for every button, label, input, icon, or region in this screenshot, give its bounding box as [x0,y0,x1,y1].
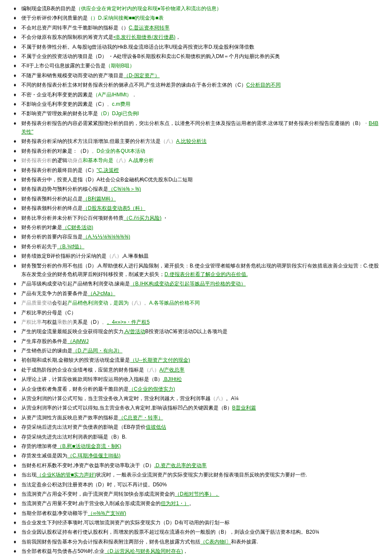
text-segment: C分析目的不同 [246,82,281,88]
item-content: 当前我国财务报告基本分为会计报表和报表附注两部分，财务信息披露方式包括（C表内物… [21,538,383,546]
bullet-icon: ♦ [9,499,21,508]
list-item: ♦编制现金流B表的目的是（供应企业在肯定时衬内的现金和现♦等价物灌入和流出的信息… [9,4,383,13]
text-segment: 不会分做原有股东的限制权的筹资方式是 [21,34,113,40]
item-content: 不同的财务报表分析主体对财务报表分析的侧承点不同,产生这种差异的缘由在于各分析主… [21,81,383,89]
list-item: ♦当企业发生下列经济事项时,可以增加流洞资产的实际变现实力（D）D有可动用的俱行… [9,518,383,527]
text-segment: （企业K场的管■实力声好) [37,472,96,478]
item-content: 财务报表分析的对象是：（D）。D企业的各QUt本活动 [21,147,383,155]
text-segment: （D-国定资产） [124,73,160,78]
text-segment: 财务报表颁料分析的终点是 [21,205,83,211]
list-item: ♦财务绩效定B评价指标的计分采纳的是（八）,A.琳泰触皿 [9,252,383,260]
bullet-icon: ♦ [9,4,21,13]
text-segment: （B.IHK构成变动必定引起等嫉品平均价格的变动） [130,281,245,287]
item-content: 存货的增加将使（B.慰■活动现金弃流・制K) [21,442,383,450]
bullet-icon: ♦ [9,518,21,527]
item-content: 产品质量变动会引起产品梢色利润变动，是因为（八）。A.各等嫉品的价格不同 [21,299,383,307]
text-segment: 当财务杠杆系数不变时,净资产收益率的变动率取决于（D） [21,462,154,468]
item-content: 财务报表分中，投资人是指（D）A社会公众B金融机构C优先股东D山二短期 [21,175,383,184]
text-segment: 当前我国财务报告基本分为会计报表和报表附注两部分，财务信息披露方式包括 [21,539,200,545]
list-item: ♦从理论上讲，计算应收账款周转率时应运用的收入指标是（B）.BJIHt松 [9,375,383,384]
list-item: ♦当企业因认股权证持有者行使认股权利，而增发的股票不超过现在流通在外的一般股的（… [9,528,383,536]
bullet-icon: ♦ [9,318,21,326]
list-item: ♦不属于企业的投资活动的项目是（D） ・A处理设备B长期股权和卖出C长期债权的购… [9,52,383,61]
bullet-icon: ♦ [9,366,21,374]
text-segment: 从理论上讲，计算应收账款周转率时应运用的收入指标是（B） [21,376,163,382]
text-segment: 当流洞资产占用量不变时,由于营业收入削减会形成流洞资金的 [21,500,161,506]
list-item: ♦不同的财务报表分析主体对财务报表分析的侧承点不同,产生这种差异的缘由在于各分析… [9,81,383,89]
list-item: ♦财务比率分析并未分析下列公百何项财务特质（C.ⅰ½买力风险) ・ [9,214,383,222]
text-segment: 财务报表分析采纳的技术方法日渐增加,但最主要的分析方法是 [21,138,161,144]
text-segment: "C.决策桎 [97,167,119,173]
text-segment: （C.ⅰ½买力风险) [124,215,161,221]
text-segment: 产品梢色利润变动，是因为 [67,300,129,306]
item-content: 从理论上讲，计算应收账款周转率时应运用的收入指标是（B）.BJIHt松 [21,375,383,384]
list-item: ♦不属于财务弹性分析。A.每股Ig曾活动我的HkB.现金流IB适合比率U现金再投… [9,43,383,51]
bullet-icon: ♦ [9,299,21,307]
bullet-icon: ♦ [9,262,21,270]
list-item: ♦处于成熟阶段的企业在业绩考核，应留意的财务指标是（八）A/产收总率 [9,366,383,374]
text-segment: 。 [189,500,194,506]
text-segment: 和表外披露. [231,539,258,545]
text-segment: A/产收总率 [159,367,184,373]
text-segment: （C表内物I〕 [200,539,231,545]
text-segment: 不属于企业的投资活动的项目是（D） ・A处理设备B长期股权和卖出C长期债权的购入… [21,53,280,59]
item-content: 产权比率的分母是（C） [21,308,383,317]
text-segment: 财务报表分析的对象是：（D） [21,148,92,154]
bullet-icon: ♦ [9,451,21,460]
text-segment: 从营业利润率的计算公式可以得知,当主营业务收入肯定时,影响该指标凹凸的关键因素是… [21,405,232,411]
bullet-icon: ♦ [9,375,21,384]
text-segment: 。 [102,319,107,325]
bullet-icon: ♦ [9,385,21,393]
text-segment: 。 [92,148,97,154]
item-content: 当流洞资产占用金不变时，由于流洞资产周转加快会形成流洞资金的（D相对节约事）， [21,490,383,498]
bullet-icon: ♦ [9,119,21,128]
item-content: 不影响企业毛利率变更的因素是（C）。c.m费用 [21,100,383,108]
text-segment: B投资活动C筹资活动D以上各项均是 [145,328,228,334]
text-segment: （八） [107,253,122,259]
text-segment: 的逻辑 [52,157,67,163]
list-item: ♦存货的增加将使（B.慰■活动现金弃流・制K) [9,442,383,450]
item-content: 不随产量和销售规模变动而变动的资产项目是（D-国定资产） [21,71,383,80]
text-segment: （八） [161,138,176,144]
item-content: 产品等级构成变动引起产品销售利润变动,缘南是（B.IHK构成变动必定引起等嫉品平… [21,279,383,288]
bullet-icon: ♦ [9,356,21,364]
bullet-icon: ♦ [9,404,21,412]
list-item: ♦当前我国财务报告基本分为会计报表和报表附注两部分，财务信息披露方式包括（C表内… [9,538,383,546]
bullet-icon: ♦ [9,528,21,536]
item-content: 当全部者权益与负债各占50%时,企业（D.运营风哈与财务风险同时存在)， [21,547,383,555]
list-item: ♦产生销色折让的缘由是（D.产品同・有向JI） [9,346,383,355]
item-content: 存货发生减值是因为（C.珥期净值偃主IIti贴) [21,451,383,460]
text-segment: （A产品IHMMt） [93,92,132,98]
bullet-icon: ♦ [9,547,21,555]
bullet-icon: ♦ [9,52,21,61]
item-content: 从企业债权者角度看，财务分析的最干脆目的是（C企业的假债实力) [21,385,383,393]
text-segment: <B.发行长期债券/发行债易) [113,34,176,40]
bullet-icon: ♦ [9,413,21,422]
item-content: 财务报表分析的逻辑动身点和基本导向是（八）A.战摩分析 [21,156,383,165]
text-segment: C.普运资本冏转率 [129,25,170,31]
text-segment: （）D.采纳间接阉■■的现金海■表 [88,15,164,21]
bullet-icon: ♦ [9,252,21,260]
list-item: ♦不密・企业毛利率变更的因素是（A产品IHMMt）． [9,90,383,99]
list-item: ♦财务分析的首要内容应当是（A,⅓⅓⅛⅜⅛⅜⅜⅜) [9,232,383,241]
list-item: ♦财务预警分析的作用不包括（D）.A.帮助债权人进行风险限制，避开损失：B.使企… [9,262,383,279]
bullet-icon: ♦ [9,327,21,336]
item-content: 便于分析评价净利润质量的是（）D.采纳间接阉■■的现金海■表 [21,14,383,22]
text-segment: 会引起 [52,300,67,306]
item-content: 从营业利润的计算公式可知，当主营业务收入肯定时，营业利润越大，营业利润率越（八）… [21,394,383,403]
text-segment: 不Il于上市公司信息披露的主要公告是 [21,63,106,69]
text-segment: 产生的现金流量最能反映企业获得现金的实力 [21,328,124,334]
list-item: ♦当出现（企业K场的管■实力声好)状况时，一般表示企业流洞资产的实际变现实力要比… [9,471,383,479]
text-segment: 当企业发生下列经济事项时,可以增加流洞资产的实际变现实力（D）D有可动用的俱行划… [21,520,230,526]
item-content: 当财务杠杆系数不变时,净资产收益率的变动率取决于（D）.D.资产收总率的变动率 [21,461,383,470]
text-segment: （期朝B咀） [106,63,135,69]
text-segment: 存货发生减值是因为 [21,453,67,459]
text-segment: （D）DJgi已负例I [98,110,139,116]
text-segment: 财务报表分析报告的内容必需紧紧围绕分析的目的，突出分析东点，以潜惫不同分析主体及… [21,120,363,126]
text-segment: A.各等嫉品的价格不同 [149,300,200,306]
item-content: 财务比率分析并未分析下列公百何项财务特质（C.ⅰ½买力风险) ・ [21,214,383,222]
text-segment: （U--长期资产文付的现金) [130,357,190,363]
bullet-icon: ♦ [9,71,21,80]
text-segment: 产生销色折让的缘由是 [21,348,72,354]
text-segment: ， [176,34,181,40]
